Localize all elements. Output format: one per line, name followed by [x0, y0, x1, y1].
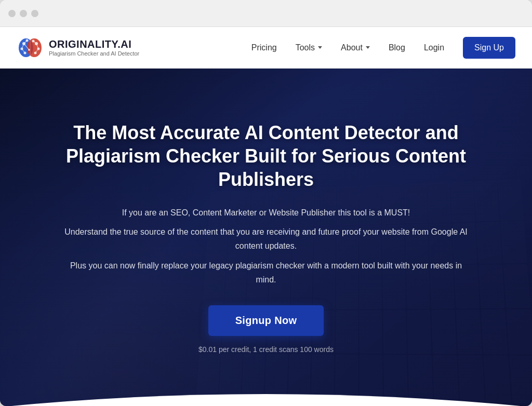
nav-link-about[interactable]: About	[341, 43, 370, 52]
nav-item-tools[interactable]: Tools	[296, 43, 322, 52]
hero-description-1: If you are an SEO, Content Marketer or W…	[63, 206, 469, 220]
hero-price-note: $0.01 per credit, 1 credit scans 100 wor…	[57, 345, 475, 354]
nav-item-signup[interactable]: Sign Up	[463, 37, 515, 59]
nav-item-about[interactable]: About	[341, 43, 370, 52]
nav-item-pricing[interactable]: Pricing	[251, 43, 277, 52]
hero-title: The Most Accurate AI Content Detector an…	[57, 121, 475, 191]
hero-description-3: Plus you can now finally replace your le…	[63, 259, 469, 287]
hero-cta-button[interactable]: Signup Now	[208, 305, 324, 336]
nav-link-pricing[interactable]: Pricing	[251, 43, 277, 52]
nav-item-blog[interactable]: Blog	[389, 43, 405, 52]
logo-icon	[17, 34, 44, 61]
logo-text-block: ORIGINALITY.AI Plagiarism Checker and AI…	[49, 38, 139, 57]
signup-button[interactable]: Sign Up	[463, 37, 515, 59]
nav-links: Pricing Tools About Blog	[251, 37, 515, 59]
logo-area[interactable]: ORIGINALITY.AI Plagiarism Checker and AI…	[17, 34, 139, 61]
logo-subtitle: Plagiarism Checker and AI Detector	[49, 50, 139, 57]
nav-item-login[interactable]: Login	[424, 43, 444, 52]
browser-chrome	[0, 0, 532, 27]
navbar: ORIGINALITY.AI Plagiarism Checker and AI…	[0, 27, 532, 69]
nav-link-tools[interactable]: Tools	[296, 43, 322, 52]
nav-link-login[interactable]: Login	[424, 43, 444, 52]
tools-chevron-icon	[318, 46, 322, 49]
hero-section: // Generate keyboard keys dynamically do…	[0, 69, 532, 406]
browser-content: ORIGINALITY.AI Plagiarism Checker and AI…	[0, 27, 532, 406]
hero-content: The Most Accurate AI Content Detector an…	[32, 100, 500, 374]
browser-window: ORIGINALITY.AI Plagiarism Checker and AI…	[0, 0, 532, 406]
nav-link-blog[interactable]: Blog	[389, 43, 405, 52]
browser-dot-close[interactable]	[8, 10, 16, 17]
browser-dot-minimize[interactable]	[20, 10, 27, 17]
hero-bottom-curve	[0, 381, 532, 406]
about-chevron-icon	[366, 46, 370, 49]
hero-description-2: Understand the true source of the conten…	[63, 225, 469, 253]
logo-title: ORIGINALITY.AI	[49, 38, 139, 50]
browser-dot-maximize[interactable]	[31, 10, 38, 17]
